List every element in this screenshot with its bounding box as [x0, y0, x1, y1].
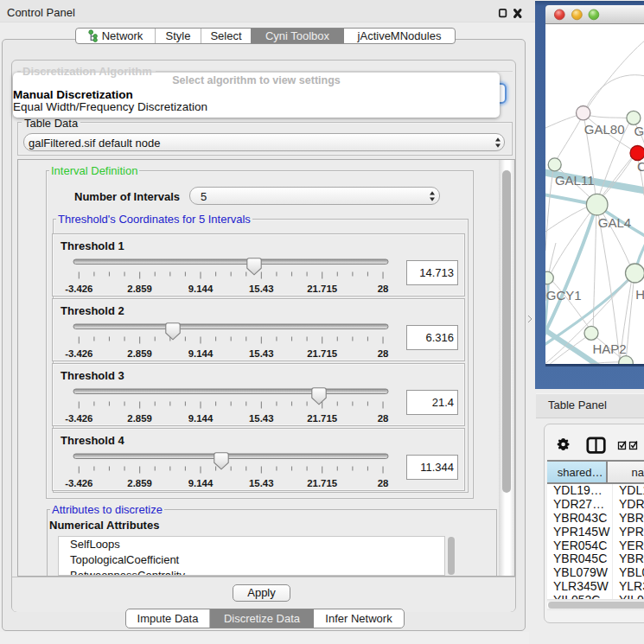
svg-text:GAL4: GAL4 — [598, 215, 631, 230]
svg-text:-3.426: -3.426 — [65, 284, 92, 294]
svg-text:-3.426: -3.426 — [65, 478, 92, 488]
svg-text:21.715: 21.715 — [307, 413, 338, 424]
svg-text:GAL11: GAL11 — [555, 173, 595, 188]
svg-text:-3.426: -3.426 — [65, 348, 92, 359]
svg-text:2.859: 2.859 — [127, 478, 152, 488]
svg-text:28: 28 — [378, 478, 389, 488]
svg-text:C: C — [637, 159, 644, 174]
svg-text:G.: G. — [634, 124, 644, 138]
svg-text:9.144: 9.144 — [188, 284, 214, 294]
svg-text:H: H — [635, 287, 644, 302]
svg-text:21.715: 21.715 — [307, 478, 338, 488]
svg-text:15.43: 15.43 — [249, 348, 274, 359]
svg-text:28: 28 — [378, 348, 389, 359]
svg-text:28: 28 — [378, 284, 389, 294]
svg-text:15.43: 15.43 — [249, 478, 274, 488]
svg-text:GAL80: GAL80 — [584, 122, 625, 137]
svg-text:-3.426: -3.426 — [65, 413, 92, 424]
svg-text:9.144: 9.144 — [188, 413, 214, 424]
svg-text:28: 28 — [378, 413, 389, 424]
svg-text:9.144: 9.144 — [188, 478, 214, 488]
svg-text:21.715: 21.715 — [307, 284, 338, 294]
svg-text:2.859: 2.859 — [127, 348, 152, 359]
svg-text:9.144: 9.144 — [188, 348, 214, 359]
svg-text:2.859: 2.859 — [127, 284, 152, 294]
svg-text:15.43: 15.43 — [249, 284, 274, 294]
svg-text:15.43: 15.43 — [249, 413, 274, 424]
svg-text:2.859: 2.859 — [127, 413, 152, 424]
svg-text:21.715: 21.715 — [307, 348, 338, 359]
svg-text:HAP2: HAP2 — [592, 341, 626, 356]
svg-text:GCY1: GCY1 — [546, 288, 582, 303]
